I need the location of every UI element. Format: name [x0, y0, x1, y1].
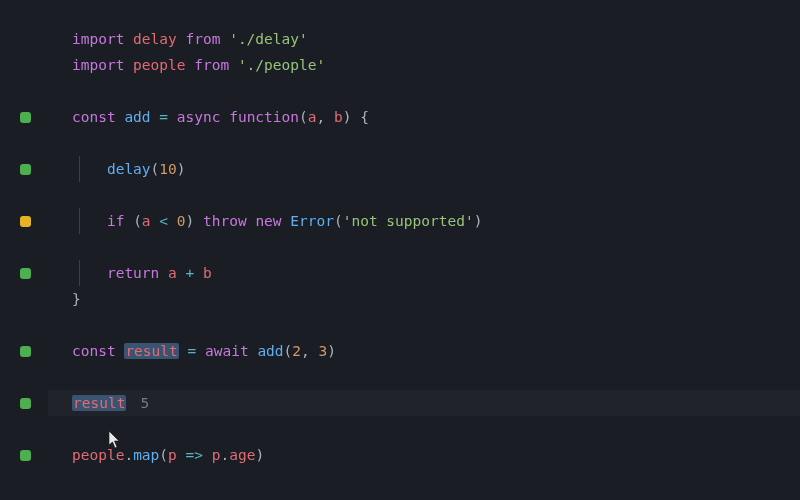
- token-kw: throw: [203, 213, 255, 229]
- coverage-marker-covered-icon[interactable]: [20, 112, 31, 123]
- token-fn: delay: [107, 161, 151, 177]
- code-line[interactable]: const add = async function(a, b) {: [0, 104, 800, 130]
- token-kw: from: [186, 31, 230, 47]
- code-line[interactable]: const result = await add(2, 3): [0, 338, 800, 364]
- code-line[interactable]: result5: [0, 390, 800, 416]
- token-txt: ): [186, 213, 203, 229]
- code-line[interactable]: [0, 182, 800, 208]
- gutter: [0, 112, 50, 123]
- code-line[interactable]: import people from './people': [0, 52, 800, 78]
- token-txt: (: [284, 343, 293, 359]
- token-kw: new: [255, 213, 290, 229]
- token-kw: const: [72, 343, 124, 359]
- token-kw: function: [229, 109, 299, 125]
- token-str: 'not supported': [343, 213, 474, 229]
- token-num: 2: [292, 343, 301, 359]
- coverage-marker-covered-icon[interactable]: [20, 268, 31, 279]
- token-kw: return: [107, 265, 168, 281]
- token-fn: Error: [290, 213, 334, 229]
- token-txt: }: [72, 291, 81, 307]
- token-str: './people': [238, 57, 325, 73]
- token-id: a: [168, 265, 185, 281]
- gutter: [0, 398, 50, 409]
- token-txt: (: [299, 109, 308, 125]
- code-line[interactable]: import delay from './delay': [0, 26, 800, 52]
- token-fn: map: [133, 447, 159, 463]
- code-content[interactable]: result5: [50, 390, 149, 416]
- token-id: people: [72, 447, 124, 463]
- code-line[interactable]: people.map(p => p.age): [0, 442, 800, 468]
- code-content[interactable]: const add = async function(a, b) {: [50, 104, 369, 130]
- code-line[interactable]: [0, 130, 800, 156]
- coverage-marker-partial-icon[interactable]: [20, 216, 31, 227]
- token-kw: if: [107, 213, 133, 229]
- gutter: [0, 164, 50, 175]
- token-op: <: [159, 213, 176, 229]
- token-txt: [179, 343, 188, 359]
- indent-guide: [79, 156, 80, 182]
- token-id: people: [133, 57, 194, 73]
- token-op: +: [186, 265, 203, 281]
- code-content[interactable]: const result = await add(2, 3): [50, 338, 336, 364]
- code-content[interactable]: delay(10): [50, 156, 186, 182]
- token-txt: .: [220, 447, 229, 463]
- code-line[interactable]: }: [0, 286, 800, 312]
- code-line[interactable]: delay(10): [0, 156, 800, 182]
- gutter: [0, 216, 50, 227]
- token-num: 0: [177, 213, 186, 229]
- token-id: result: [124, 343, 178, 359]
- current-line-highlight: [48, 390, 800, 416]
- token-kw: from: [194, 57, 238, 73]
- code-content[interactable]: return a + b: [50, 260, 212, 286]
- token-op: =: [188, 343, 205, 359]
- code-content[interactable]: people.map(p => p.age): [50, 442, 264, 468]
- token-txt: (: [151, 161, 160, 177]
- token-id: b: [203, 265, 212, 281]
- coverage-marker-covered-icon[interactable]: [20, 398, 31, 409]
- token-txt: (: [159, 447, 168, 463]
- token-txt: ,: [301, 343, 318, 359]
- token-txt: ): [474, 213, 483, 229]
- code-content[interactable]: import delay from './delay': [50, 26, 308, 52]
- token-txt: ,: [316, 109, 333, 125]
- token-op: =>: [186, 447, 212, 463]
- gutter: [0, 346, 50, 357]
- code-content[interactable]: import people from './people': [50, 52, 325, 78]
- token-num: 10: [159, 161, 176, 177]
- token-op: =: [159, 109, 176, 125]
- token-id: p: [168, 447, 185, 463]
- coverage-marker-covered-icon[interactable]: [20, 346, 31, 357]
- token-id: b: [334, 109, 343, 125]
- indent-guide: [79, 208, 80, 234]
- token-kw: async: [177, 109, 229, 125]
- token-txt: ): [177, 161, 186, 177]
- token-num: 3: [319, 343, 328, 359]
- code-editor[interactable]: import delay from './delay'import people…: [0, 0, 800, 468]
- inline-evaluation-result: 5: [140, 395, 149, 411]
- code-line[interactable]: if (a < 0) throw new Error('not supporte…: [0, 208, 800, 234]
- token-txt: ): [327, 343, 336, 359]
- code-line[interactable]: return a + b: [0, 260, 800, 286]
- token-str: './delay': [229, 31, 308, 47]
- indent-guide: [79, 260, 80, 286]
- gutter: [0, 450, 50, 461]
- token-txt: .: [124, 447, 133, 463]
- code-content[interactable]: }: [50, 286, 81, 312]
- token-fn: add: [124, 109, 159, 125]
- token-kw: import: [72, 57, 133, 73]
- code-line[interactable]: [0, 234, 800, 260]
- token-kw: await: [205, 343, 257, 359]
- token-id: age: [229, 447, 255, 463]
- code-line[interactable]: [0, 364, 800, 390]
- token-txt: ): [255, 447, 264, 463]
- token-kw: const: [72, 109, 124, 125]
- coverage-marker-covered-icon[interactable]: [20, 164, 31, 175]
- token-id: result: [72, 395, 126, 411]
- code-content[interactable]: if (a < 0) throw new Error('not supporte…: [50, 208, 482, 234]
- code-line[interactable]: [0, 78, 800, 104]
- coverage-marker-covered-icon[interactable]: [20, 450, 31, 461]
- code-line[interactable]: [0, 312, 800, 338]
- token-id: a: [142, 213, 159, 229]
- token-kw: import: [72, 31, 133, 47]
- code-line[interactable]: [0, 416, 800, 442]
